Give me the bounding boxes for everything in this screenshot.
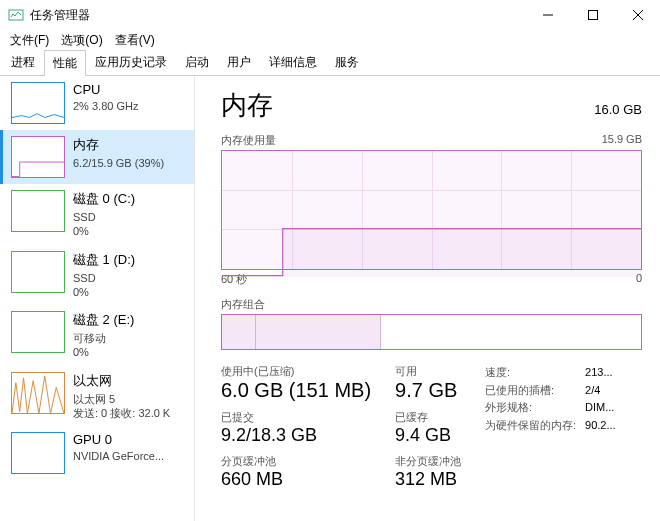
cached-label: 已缓存 <box>395 410 461 425</box>
sidebar-item-label: GPU 0 <box>73 432 164 447</box>
tab-details[interactable]: 详细信息 <box>260 49 326 75</box>
disk-thumb <box>11 190 65 232</box>
minimize-button[interactable] <box>525 0 570 30</box>
sidebar: CPU 2% 3.80 GHz 内存 6.2/15.9 GB (39%) 磁盘 … <box>0 76 195 521</box>
sidebar-item-label: 以太网 <box>73 372 170 390</box>
sidebar-item-sub: 可移动 0% <box>73 331 134 360</box>
sidebar-item-disk-2[interactable]: 磁盘 2 (E:) 可移动 0% <box>0 305 194 366</box>
sidebar-item-cpu[interactable]: CPU 2% 3.80 GHz <box>0 76 194 130</box>
committed-label: 已提交 <box>221 410 371 425</box>
memory-specs: 速度:213... 已使用的插槽:2/4 外形规格:DIM... 为硬件保留的内… <box>485 364 616 490</box>
gpu-thumb <box>11 432 65 474</box>
sidebar-item-label: 内存 <box>73 136 164 154</box>
tab-performance[interactable]: 性能 <box>44 50 86 76</box>
sidebar-item-sub: 6.2/15.9 GB (39%) <box>73 156 164 170</box>
sidebar-item-gpu-0[interactable]: GPU 0 NVIDIA GeForce... <box>0 426 194 480</box>
sidebar-item-sub: 以太网 5 发送: 0 接收: 32.0 K <box>73 392 170 421</box>
memory-thumb <box>11 136 65 178</box>
disk-thumb <box>11 311 65 353</box>
sidebar-item-sub: 2% 3.80 GHz <box>73 99 138 113</box>
nonpaged-value: 312 MB <box>395 469 461 490</box>
nonpaged-label: 非分页缓冲池 <box>395 454 461 469</box>
capacity: 16.0 GB <box>594 102 642 117</box>
slots-value: 2/4 <box>585 382 600 400</box>
app-icon <box>8 7 24 23</box>
close-button[interactable] <box>615 0 660 30</box>
tab-startup[interactable]: 启动 <box>176 49 218 75</box>
maximize-button[interactable] <box>570 0 615 30</box>
sidebar-item-sub: SSD 0% <box>73 210 135 239</box>
memory-composition <box>221 314 642 350</box>
page-title: 内存 <box>221 88 273 123</box>
menubar: 文件(F) 选项(O) 查看(V) <box>0 30 660 50</box>
ethernet-thumb <box>11 372 65 414</box>
sidebar-item-memory[interactable]: 内存 6.2/15.9 GB (39%) <box>0 130 194 184</box>
sidebar-item-label: 磁盘 1 (D:) <box>73 251 135 269</box>
tab-app-history[interactable]: 应用历史记录 <box>86 49 176 75</box>
in-use-label: 使用中(已压缩) <box>221 364 371 379</box>
menu-view[interactable]: 查看(V) <box>111 30 159 51</box>
cpu-thumb <box>11 82 65 124</box>
disk-thumb <box>11 251 65 293</box>
available-value: 9.7 GB <box>395 379 461 402</box>
menu-file[interactable]: 文件(F) <box>6 30 53 51</box>
form-value: DIM... <box>585 399 614 417</box>
sidebar-item-label: CPU <box>73 82 138 97</box>
main-panel: 内存 16.0 GB 内存使用量 15.9 GB 60 秒 0 内存组合 <box>195 76 660 521</box>
sidebar-item-ethernet[interactable]: 以太网 以太网 5 发送: 0 接收: 32.0 K <box>0 366 194 427</box>
sidebar-item-label: 磁盘 0 (C:) <box>73 190 135 208</box>
menu-options[interactable]: 选项(O) <box>57 30 106 51</box>
available-label: 可用 <box>395 364 461 379</box>
sidebar-item-disk-0[interactable]: 磁盘 0 (C:) SSD 0% <box>0 184 194 245</box>
sidebar-item-sub: SSD 0% <box>73 271 135 300</box>
tab-users[interactable]: 用户 <box>218 49 260 75</box>
in-use-value: 6.0 GB (151 MB) <box>221 379 371 402</box>
memory-usage-graph <box>221 150 642 270</box>
reserved-value: 90.2... <box>585 417 616 435</box>
window-title: 任务管理器 <box>30 7 525 24</box>
sidebar-item-sub: NVIDIA GeForce... <box>73 449 164 463</box>
graph-max: 15.9 GB <box>602 133 642 148</box>
composition-label: 内存组合 <box>221 297 642 312</box>
paged-label: 分页缓冲池 <box>221 454 371 469</box>
tab-services[interactable]: 服务 <box>326 49 368 75</box>
sidebar-item-label: 磁盘 2 (E:) <box>73 311 134 329</box>
speed-value: 213... <box>585 364 613 382</box>
cached-value: 9.4 GB <box>395 425 461 446</box>
paged-value: 660 MB <box>221 469 371 490</box>
tab-processes[interactable]: 进程 <box>2 49 44 75</box>
sidebar-item-disk-1[interactable]: 磁盘 1 (D:) SSD 0% <box>0 245 194 306</box>
committed-value: 9.2/18.3 GB <box>221 425 371 446</box>
graph-label: 内存使用量 <box>221 133 276 148</box>
tabs: 进程 性能 应用历史记录 启动 用户 详细信息 服务 <box>0 50 660 76</box>
svg-rect-2 <box>588 11 597 20</box>
